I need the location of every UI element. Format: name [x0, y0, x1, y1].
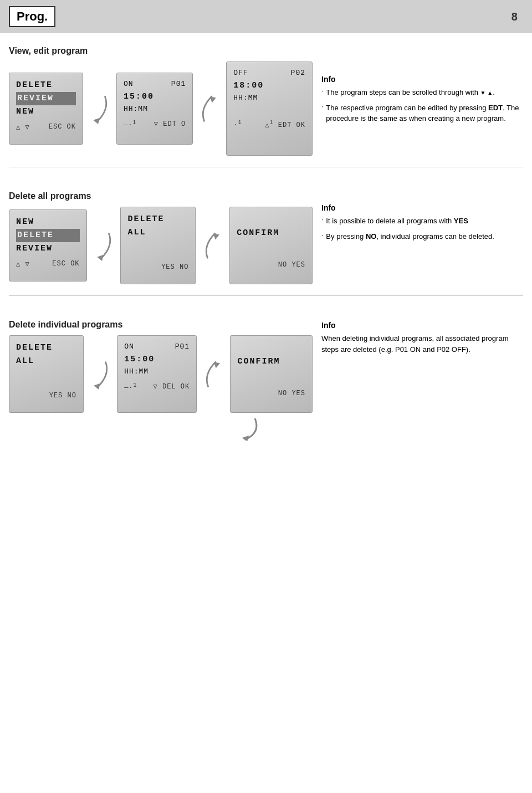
screen2-bottom-left: —·1: [124, 120, 136, 129]
no-bold: NO: [366, 232, 377, 241]
screen1-bottom-right: ESC OK: [49, 123, 76, 131]
delete-all-screen1: NEW DELETE REVIEW △ ▽ ESC OK: [9, 209, 87, 282]
screen3-bottom: ·1 △1 EDT OK: [233, 120, 305, 129]
svg-marker-2: [97, 255, 103, 261]
section-delete-all-label: Delete all programs: [0, 181, 321, 207]
di-arrow2: [200, 352, 227, 396]
di-bottom-arrow: [0, 416, 321, 441]
section-delete-all: Delete all programs NEW DELETE REVIEW △ …: [0, 181, 532, 284]
section-delete-individual-info: Info When deleting individual programs, …: [321, 310, 532, 441]
view-edit-screen2: ON P01 15:00 HH:MM —·1 ▽ EDT O: [116, 73, 193, 145]
info1-dot2: ·: [321, 103, 323, 110]
di-screen2-bottom: —·1 ▽ DEL OK: [124, 382, 190, 392]
da-screen1-line3: REVIEW: [16, 242, 80, 255]
view-edit-screen1: DELETE REVIEW NEW △ ▽ ESC OK: [9, 73, 83, 145]
divider1: [9, 167, 523, 167]
da-screen2-bottom-right: YES NO: [161, 263, 188, 271]
da-screen1-bottom: △ ▽ ESC OK: [16, 260, 80, 268]
svg-marker-0: [93, 118, 99, 124]
yes-bold: YES: [454, 217, 468, 225]
section-delete-all-left: Delete all programs NEW DELETE REVIEW △ …: [0, 181, 321, 284]
info2-text1: It is possible to delete all programs wi…: [326, 216, 468, 227]
info3-text: When deleting individual programs, all a…: [321, 334, 508, 354]
info1-item2: · The respective program can be edited b…: [321, 103, 521, 124]
di-arrow2-svg: [200, 359, 227, 390]
section-delete-all-row: Delete all programs NEW DELETE REVIEW △ …: [0, 181, 532, 284]
info1-text2: The respective program can be edited by …: [326, 103, 521, 124]
di-screen1-bottom-right: YES NO: [49, 392, 76, 400]
di-arrow1: [86, 352, 114, 396]
screen1-line3: NEW: [16, 105, 76, 119]
di-screen1-bottom: YES NO: [16, 392, 76, 400]
info1-text1: The program steps can be scrolled throug…: [326, 87, 494, 98]
info2-item1: · It is possible to delete all programs …: [321, 216, 521, 227]
edt-bold1: EDT: [488, 104, 503, 112]
da-arrow1-svg: [90, 231, 117, 261]
section-delete-individual-label: Delete individual programs: [0, 310, 321, 335]
screen3-p02: P02: [291, 68, 305, 79]
info2-item2: · By pressing NO, individual programs ca…: [321, 231, 521, 242]
di-bottom-arrow-svg: [238, 416, 266, 441]
arrow2: [196, 86, 223, 131]
screen2-on: ON: [124, 79, 134, 90]
screen3-bottom-left: ·1: [233, 120, 242, 129]
di-screen2-bottom-left: —·1: [124, 382, 137, 392]
di-arrow1-svg: [86, 359, 114, 390]
da-screen1-bottom-left: △ ▽: [16, 260, 30, 268]
di-screen2-line2: HH:MM: [124, 366, 190, 378]
section-view-edit-row: View, edit program DELETE REVIEW NEW △ ▽…: [0, 36, 532, 156]
svg-marker-1: [210, 96, 216, 103]
section-view-edit-left: View, edit program DELETE REVIEW NEW △ ▽…: [0, 36, 321, 156]
da-arrow2-svg: [199, 231, 227, 261]
di-screen1-line2: ALL: [16, 355, 76, 368]
svg-marker-6: [242, 436, 249, 441]
di-screen2-line0: ON P01: [124, 341, 190, 353]
da-screen2-bottom: YES NO: [127, 263, 188, 271]
arrow1: [86, 86, 114, 131]
screen1-line2: REVIEW: [16, 92, 76, 105]
da-arrow2: [198, 223, 227, 268]
screen3-off: OFF: [233, 68, 248, 79]
screen2-line3: HH:MM: [124, 104, 186, 115]
section-delete-individual-row: Delete individual programs DELETE ALL YE…: [0, 310, 532, 441]
da-screen3-bottom-right: NO YES: [278, 261, 305, 269]
section-view-edit-label: View, edit program: [0, 36, 321, 62]
delete-all-screen3: CONFIRM NO YES: [229, 207, 313, 284]
arrow2-svg: [196, 94, 223, 124]
screen1-bottom-left: △ ▽: [16, 123, 30, 131]
di-screen1-line1: DELETE: [16, 341, 76, 355]
screen2-line1: ON P01: [124, 79, 186, 90]
section-view-edit-info: Info · The program steps can be scrolled…: [321, 36, 532, 156]
info2-dot2: ·: [321, 231, 323, 239]
section-view-edit: View, edit program DELETE REVIEW NEW △ ▽…: [0, 36, 532, 156]
info2-text2: By pressing NO, individual programs can …: [326, 231, 494, 242]
di-p01: P01: [175, 341, 190, 353]
screen2-bottom: —·1 ▽ EDT O: [124, 120, 186, 129]
di-screen3-line1: CONFIRM: [237, 355, 305, 369]
di-screen2: ON P01 15:00 HH:MM —·1 ▽ DEL OK: [117, 335, 197, 413]
da-screen1-bottom-right: ESC OK: [52, 260, 79, 268]
di-screen2-bottom-right: ▽ DEL OK: [154, 382, 190, 392]
screen2-line2: 15:00: [124, 90, 186, 104]
info3-title: Info: [321, 321, 521, 330]
da-screen1-line1: NEW: [16, 216, 80, 229]
svg-marker-4: [94, 383, 100, 390]
screen3-bottom-right: △1 EDT OK: [265, 120, 305, 129]
screen3-line0: OFF P02: [233, 68, 305, 79]
da-screen3-line1: CONFIRM: [237, 227, 305, 240]
da-screen3-bottom: NO YES: [237, 261, 305, 269]
di-screen3-bottom-right: NO YES: [278, 390, 305, 397]
di-on: ON: [124, 341, 134, 353]
screen1-line1: DELETE: [16, 79, 76, 92]
info2-dot1: ·: [321, 216, 323, 223]
section-delete-individual-screens: DELETE ALL YES NO: [0, 335, 321, 413]
screen1-bottom: △ ▽ ESC OK: [16, 123, 76, 131]
section-delete-all-screens: NEW DELETE REVIEW △ ▽ ESC OK: [0, 207, 321, 284]
svg-marker-5: [214, 362, 220, 368]
section-delete-individual: Delete individual programs DELETE ALL YE…: [0, 310, 532, 441]
screen2-p01: P01: [171, 79, 186, 90]
section-delete-all-info: Info · It is possible to delete all prog…: [321, 181, 532, 284]
info2-title: Info: [321, 203, 521, 212]
di-screen1: DELETE ALL YES NO: [9, 335, 84, 413]
di-screen3: CONFIRM NO YES: [230, 335, 313, 413]
